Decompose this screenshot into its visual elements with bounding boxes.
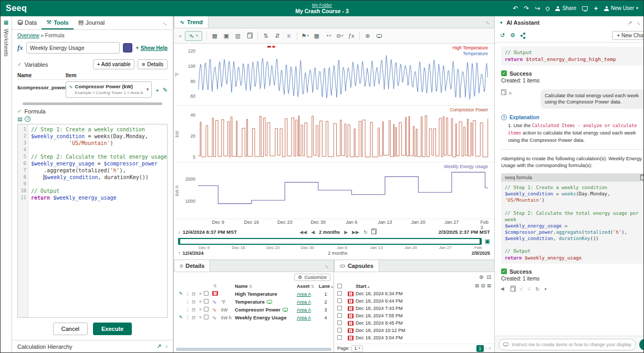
annotate-icon[interactable] <box>374 30 385 41</box>
variable-item-selector[interactable]: ∿ Compressor Power (kW) Example » Coolin… <box>66 81 152 98</box>
capsule-checkbox[interactable] <box>337 291 348 297</box>
tab-details[interactable]: ≡ Details <box>174 260 211 272</box>
regenerate-icon[interactable]: ↻ <box>535 286 539 292</box>
copy-code-icon[interactable] <box>640 175 644 180</box>
details-hscrollbar[interactable] <box>176 348 331 351</box>
details-row-weekly-energy-usage[interactable]: ✎⋮Ω×∿kW·hWeekly Energy UsageArea A4 <box>174 314 334 321</box>
zoom-icon[interactable]: ⊕ <box>362 30 373 41</box>
item-dropdown-caret[interactable]: ▾ <box>147 87 149 92</box>
calendar-icon[interactable]: ▣ <box>221 30 232 41</box>
folder-breadcrumb[interactable]: My Folder <box>295 3 349 8</box>
capsules-col-start[interactable]: Start▴ <box>356 284 491 289</box>
code-line[interactable]: return $weekly_energy_usage <box>31 194 167 201</box>
thumbs-down-icon[interactable]: ☟ <box>527 286 531 292</box>
page-size-select[interactable]: 1 ▾ <box>351 345 363 352</box>
row-checkbox[interactable] <box>204 307 212 313</box>
add-signal-axis-icon[interactable]: ⇅ <box>261 30 271 41</box>
tab-capsules[interactable]: Capsules <box>334 260 379 272</box>
capsule-row[interactable]: Dec 18, 2024 6:44 PM <box>334 297 494 305</box>
zoom-to-capsules-icon[interactable]: ⊕ <box>479 274 483 280</box>
open-window-icon[interactable]: ↗ <box>628 20 632 26</box>
details-row-compressor-power[interactable]: ⋮Ω×∿kWCompressor PowerArea A3 <box>174 306 334 314</box>
ai-chat-input[interactable]: Instruct me to create items or how to ch… <box>498 339 636 350</box>
capsule-checkbox[interactable] <box>337 320 348 326</box>
row-menu-icon[interactable]: ⋮ <box>185 315 190 320</box>
duration-label[interactable]: 2 months <box>319 230 340 235</box>
collapse-left-icon[interactable]: « <box>176 33 184 39</box>
pop-out-icon[interactable]: ⊟ <box>487 274 491 280</box>
row-menu-icon[interactable]: ⋮ <box>185 299 190 304</box>
execute-button[interactable]: Execute <box>93 323 132 335</box>
capsule-row[interactable]: Dec 18, 2024 7:43 PM <box>334 305 494 312</box>
breadcrumb-overview-link[interactable]: Overview <box>17 33 39 38</box>
next-page-icon[interactable]: › <box>485 346 487 351</box>
step-back-double-icon[interactable]: ◀◀ <box>299 230 307 235</box>
asset-link[interactable]: Area A <box>297 307 311 313</box>
timeline-start-label[interactable]: 12/4/2024 <box>182 251 203 256</box>
code-line[interactable]: $weekly_energy_usage = $compressor_power <box>31 160 167 167</box>
edit-item-icon[interactable]: ✎ <box>163 87 168 94</box>
row-checkbox[interactable] <box>204 291 212 297</box>
details-col-lane[interactable]: Lane▴ <box>319 284 333 289</box>
capsule-row[interactable]: Dec 18, 2024 10:12 PM <box>334 327 494 334</box>
range-start-arrow-icon[interactable]: ↓ <box>178 229 181 235</box>
edit-item-icon[interactable]: ✎ <box>177 315 185 320</box>
thumbs-up-icon[interactable]: ☝ <box>520 286 523 292</box>
labels-icon[interactable]: ⚑▾ <box>300 30 310 41</box>
location-pin-icon[interactable] <box>546 7 549 11</box>
code-line[interactable] <box>31 147 167 153</box>
variable-details-button[interactable]: ≡ Details <box>138 59 167 69</box>
code-line[interactable]: $weekly_condition = weeks(Day.Monday, <box>31 133 167 140</box>
edit-item-icon[interactable]: ✎ <box>177 292 185 296</box>
capsule-checkbox[interactable] <box>337 328 348 334</box>
row-menu-icon[interactable]: ⋮ <box>185 292 190 296</box>
tab-trend[interactable]: ∿ Trend <box>174 16 209 28</box>
stack-lanes-icon[interactable]: ≡ <box>284 30 294 41</box>
customize-button[interactable]: ⚙ Customize <box>294 274 330 281</box>
add-condition-axis-icon[interactable]: ⇵ <box>272 30 283 41</box>
refresh-icon[interactable]: ↻ <box>363 230 368 235</box>
redo-icon[interactable]: ↷ <box>524 5 529 12</box>
present-icon[interactable] <box>582 6 588 11</box>
details-col-asset[interactable]: Asset⇅ <box>297 284 319 289</box>
trend-chart-area[interactable]: °F6080100120High TemperatureTemperaturek… <box>174 44 494 219</box>
code-line[interactable]: // Output <box>31 188 167 194</box>
send-button[interactable]: ➤ <box>639 339 644 350</box>
share-chat-icon[interactable] <box>521 35 523 37</box>
add-variable-button[interactable]: + Add variable <box>93 59 135 69</box>
history-icon[interactable]: ↺ <box>500 32 505 39</box>
ai-conversation[interactable]: // Outputreturn $total_energy_during_hig… <box>495 43 644 336</box>
tab-tools[interactable]: ⚒ Tools <box>41 16 73 29</box>
timeline-start-arrow-icon[interactable]: ↑ <box>178 251 181 256</box>
chevron-right-icon[interactable]: › <box>165 343 168 350</box>
gridlines-icon[interactable]: ▦ <box>311 30 322 41</box>
capsule-row[interactable]: Dec 18, 2024 8:45 PM <box>334 319 494 327</box>
column-settings-icon[interactable]: ⊞ <box>487 283 491 288</box>
cancel-button[interactable]: Cancel <box>53 323 88 335</box>
capsule-checkbox[interactable] <box>337 298 348 304</box>
capsule-row[interactable]: Dec 18, 2024 6:34 PM <box>334 290 494 297</box>
code-line[interactable]: $weekly_condition, durationKey()) <box>31 174 167 181</box>
magnet-icon[interactable]: Ω <box>190 299 197 304</box>
copy-response-icon[interactable] <box>511 287 515 292</box>
timeline-calendar-icon[interactable]: ▣ <box>484 238 490 245</box>
remove-item-icon[interactable]: × <box>197 315 204 320</box>
magnet-icon[interactable]: Ω <box>190 307 197 312</box>
remove-item-icon[interactable]: × <box>197 299 204 304</box>
remove-column-icon[interactable]: ⊟ <box>481 283 485 288</box>
asset-link[interactable]: Area A <box>297 299 311 305</box>
select-all-checkbox[interactable] <box>337 284 342 288</box>
remove-item-icon[interactable]: × <box>197 307 204 312</box>
code-line[interactable]: .aggregate(totalized('h'), <box>31 167 167 174</box>
worksheets-strip[interactable]: ▦ Worksheets <box>1 16 12 352</box>
help-icon[interactable]: ? <box>25 116 30 122</box>
code-line[interactable] <box>31 181 167 188</box>
capsule-checkbox[interactable] <box>337 313 348 319</box>
remove-item-icon[interactable]: × <box>197 292 204 296</box>
range-start-label[interactable]: 12/4/2024 6:37 PM MST <box>183 229 237 235</box>
settings-gear-icon[interactable]: ⚙ <box>510 32 515 39</box>
magnet-icon[interactable]: Ω <box>190 292 197 296</box>
derived-data-icon[interactable]: ƒx <box>346 30 357 41</box>
page-number-button[interactable]: 1 <box>476 345 484 352</box>
add-column-icon[interactable]: ⊞ <box>475 283 479 288</box>
